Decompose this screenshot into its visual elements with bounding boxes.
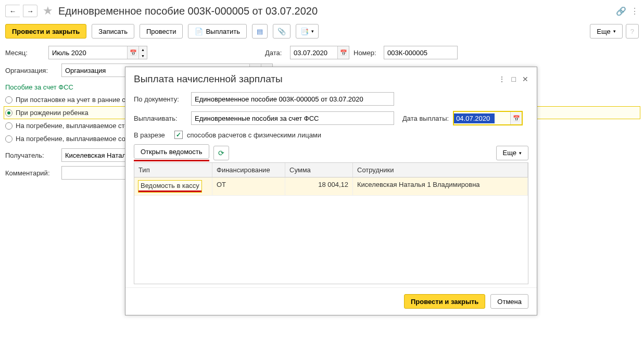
comment-input-wrap (61, 166, 135, 180)
date-input-wrap: 📅 (290, 46, 349, 59)
td-sum: 18 004,12 (285, 178, 353, 195)
dlg-paydate-label: Дата выплаты: (402, 115, 449, 122)
number-label: Номер: (353, 49, 380, 57)
dlg-paydate-input[interactable] (454, 113, 495, 123)
nav-back-button[interactable]: ← (5, 5, 20, 17)
dlg-doc-label: По документу: (134, 95, 187, 103)
refresh-button[interactable]: ⟳ (213, 146, 229, 160)
calendar-button[interactable]: 📅 (127, 46, 138, 59)
paperclip-icon: 📎 (277, 28, 286, 35)
date-label: Дата: (265, 49, 286, 57)
radio-icon (5, 135, 12, 143)
number-input[interactable] (384, 47, 457, 58)
month-input-wrap: 📅 ▲ ▼ (48, 46, 147, 59)
dialog-footer: Провести и закрыть Отмена (125, 287, 537, 315)
recipient-label: Получатель: (5, 151, 57, 159)
post-button[interactable]: Провести (140, 24, 183, 39)
help-button[interactable]: ? (626, 24, 639, 39)
open-list-button[interactable]: Открыть ведомость (134, 144, 209, 159)
menu-dots-icon[interactable]: ⋮ (498, 75, 506, 83)
th-fin[interactable]: Финансирование (212, 163, 285, 177)
date-input[interactable] (291, 47, 337, 58)
radio-icon (5, 122, 12, 130)
refresh-icon: ⟳ (218, 149, 224, 157)
org-label: Организация: (5, 67, 57, 74)
arrow-left-icon: ← (9, 7, 16, 15)
th-sum[interactable]: Сумма (285, 163, 353, 177)
dlg-section-text: способов расчетов с физическими лицами (187, 131, 321, 139)
dialog-title: Выплата начисленной зарплаты (134, 73, 283, 85)
calendar-button[interactable]: 📅 (337, 46, 349, 59)
window-header: ← → ★ Единовременное пособие 003К-000005… (0, 0, 644, 22)
spinner-down[interactable]: ▼ (138, 53, 147, 59)
th-emp[interactable]: Сотрудники (353, 163, 528, 177)
dlg-post-close-button[interactable]: Провести и закрыть (404, 294, 485, 309)
number-input-wrap (384, 46, 458, 59)
table-row[interactable]: Ведомость в кассу ОТ 18 004,12 Киселевск… (134, 178, 528, 196)
payment-dialog: Выплата начисленной зарплаты ⋮ □ ✕ По до… (125, 67, 537, 315)
chevron-down-icon: ▾ (519, 150, 522, 156)
pay-button[interactable]: 📄Выплатить (188, 24, 247, 39)
calendar-icon: 📅 (513, 115, 520, 122)
calendar-button[interactable]: 📅 (510, 112, 522, 124)
dlg-table: Тип Финансирование Сумма Сотрудники Ведо… (134, 162, 528, 284)
write-button[interactable]: Записать (92, 24, 134, 39)
arrow-right-icon: → (27, 7, 33, 15)
radio-icon (5, 96, 12, 104)
td-fin: ОТ (212, 178, 285, 195)
calendar-icon: 📅 (130, 49, 137, 56)
link-icon[interactable]: 🔗 (616, 6, 626, 16)
list-icon: ▤ (257, 28, 263, 35)
dlg-pay-input[interactable] (191, 111, 394, 125)
document-icon: 📄 (195, 28, 203, 35)
dlg-section-label: В разрезе (134, 131, 170, 139)
dlg-cancel-button[interactable]: Отмена (490, 294, 528, 309)
td-type: Ведомость в кассу (134, 178, 212, 195)
document-color-icon: 📑 (300, 28, 309, 35)
dlg-doc-input[interactable] (191, 92, 394, 106)
dlg-paydate-wrap: 📅 (453, 111, 523, 125)
maximize-icon[interactable]: □ (512, 75, 516, 83)
attachment-button[interactable]: 📎 (273, 24, 291, 39)
spinner-up[interactable]: ▲ (138, 46, 147, 53)
list-icon-button[interactable]: ▤ (252, 24, 268, 39)
td-emp: Киселевская Наталья 1 Владимировна (353, 178, 528, 195)
checkbox-checked-icon[interactable]: ✓ (174, 131, 183, 139)
recipient-input-wrap (61, 148, 135, 162)
comment-label: Комментарий: (5, 169, 57, 177)
comment-input[interactable] (62, 168, 135, 179)
post-and-close-button[interactable]: Провести и закрыть (5, 24, 86, 39)
calendar-icon: 📅 (340, 49, 347, 56)
open-list-wrap: Открыть ведомость (134, 144, 209, 161)
page-title: Единовременное пособие 003К-000005 от 03… (58, 5, 318, 17)
dlg-more-button[interactable]: Еще ▾ (496, 146, 528, 160)
th-type[interactable]: Тип (134, 163, 212, 177)
month-input[interactable] (49, 47, 127, 58)
chevron-down-icon: ▾ (311, 29, 314, 34)
nav-forward-button[interactable]: → (23, 5, 37, 17)
dlg-pay-label: Выплачивать: (134, 115, 187, 122)
main-toolbar: Провести и закрыть Записать Провести 📄Вы… (0, 22, 644, 44)
close-icon[interactable]: ✕ (522, 75, 528, 83)
table-head: Тип Финансирование Сумма Сотрудники (134, 163, 528, 178)
menu-dots-icon[interactable]: ⋮ (630, 6, 639, 16)
month-label: Месяц: (5, 49, 44, 57)
table-body: Ведомость в кассу ОТ 18 004,12 Киселевск… (134, 178, 528, 284)
star-icon[interactable]: ★ (43, 4, 53, 18)
chevron-down-icon: ▾ (613, 29, 616, 34)
recipient-input[interactable] (62, 150, 135, 161)
radio-checked-icon (5, 109, 12, 117)
more-button[interactable]: Еще ▾ (590, 24, 622, 39)
dialog-header: Выплата начисленной зарплаты ⋮ □ ✕ (125, 67, 537, 89)
report-button[interactable]: 📑▾ (296, 24, 319, 39)
